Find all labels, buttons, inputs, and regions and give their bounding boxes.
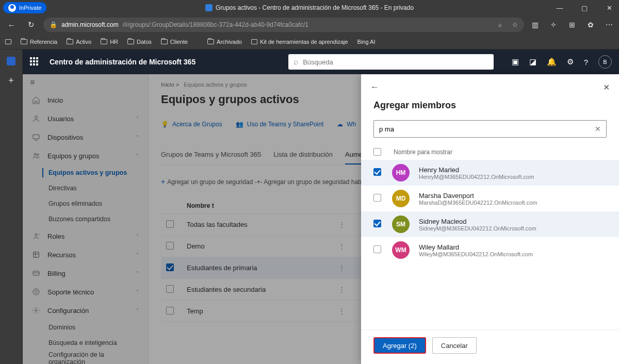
app-name: Centro de administración de Microsoft 36… xyxy=(50,58,196,66)
person-checkbox[interactable] xyxy=(373,245,381,253)
lock-icon: 🔒 xyxy=(50,21,57,28)
minimize-button[interactable]: — xyxy=(552,4,567,12)
browser-titlebar: InPrivate Grupos activos - Centro de adm… xyxy=(0,0,619,15)
address-host: admin.microsoft.com xyxy=(61,21,119,28)
user-avatar[interactable]: B xyxy=(598,55,612,69)
person-row[interactable]: WMWiley MallardWileyM@M365EDU042212.OnMi… xyxy=(361,237,619,263)
bookmark-bingai[interactable]: Bing AI xyxy=(357,39,376,45)
folder-icon xyxy=(67,39,73,44)
bookmark-bar: Referencia Activo HR Datos Cliente Archi… xyxy=(0,34,619,49)
cards-icon[interactable]: ▣ xyxy=(512,57,519,67)
search-in-page-icon[interactable]: ⌕ xyxy=(498,21,502,28)
ms-shield-icon xyxy=(205,4,213,11)
vertical-tab-current[interactable] xyxy=(4,54,19,68)
window-title: Grupos activos - Centro de administració… xyxy=(205,4,414,11)
settings-gear-icon[interactable]: ⚙ xyxy=(567,57,574,67)
panel-search[interactable]: ✕ xyxy=(373,120,607,138)
inprivate-label: InPrivate xyxy=(19,5,41,11)
folder-icon xyxy=(207,39,214,44)
plus-icon: + xyxy=(8,75,14,86)
person-email: HenryM@M365EDU042212.OnMicrosoft.com xyxy=(419,174,534,180)
browser-toolbar: ← ↻ 🔒 admin.microsoft.com/#/groups/:Grou… xyxy=(0,15,619,34)
collections-icon[interactable]: ⊞ xyxy=(566,19,578,30)
promo-icon[interactable]: ◪ xyxy=(529,57,536,67)
bookmark-tab-actions[interactable] xyxy=(5,39,11,44)
col-displayname[interactable]: Nombre para mostrar xyxy=(394,148,452,156)
avatar: HM xyxy=(392,164,410,181)
address-bar[interactable]: 🔒 admin.microsoft.com/#/groups/:GroupDet… xyxy=(43,18,524,32)
panel-column-header: Nombre para mostrar xyxy=(361,143,619,160)
app-search[interactable]: ⌕ xyxy=(288,54,494,70)
vertical-tab-strip: + xyxy=(0,49,23,364)
person-row[interactable]: HMHenry MarledHenryM@M365EDU042212.OnMic… xyxy=(361,160,619,186)
back-button[interactable]: ← xyxy=(4,18,19,32)
bookmark-datos[interactable]: Datos xyxy=(127,39,152,45)
panel-close-button[interactable]: ✕ xyxy=(603,82,610,92)
page-icon xyxy=(251,39,257,44)
help-icon[interactable]: ? xyxy=(584,58,588,67)
person-checkbox[interactable] xyxy=(373,194,381,202)
search-icon: ⌕ xyxy=(294,57,299,67)
folder-icon xyxy=(101,39,107,44)
app-search-input[interactable] xyxy=(303,58,488,66)
person-row[interactable]: SMSidney MacleodSidneyM@M365EDU042212.On… xyxy=(361,211,619,237)
inprivate-avatar-icon xyxy=(8,4,16,12)
avatar: WM xyxy=(392,241,410,259)
inprivate-badge: InPrivate xyxy=(3,2,46,13)
bookmark-archivado[interactable]: Archivado xyxy=(207,39,242,45)
avatar: SM xyxy=(392,216,410,233)
bookmark-hr[interactable]: HR xyxy=(101,39,118,45)
bookmark-referencia[interactable]: Referencia xyxy=(21,39,57,45)
new-tab-button[interactable]: + xyxy=(4,73,19,88)
app-header: Centro de administración de Microsoft 36… xyxy=(23,49,619,74)
more-icon[interactable]: ⋯ xyxy=(604,19,615,30)
person-name: Wiley Mallard xyxy=(419,243,533,251)
person-email: SidneyM@M365EDU042212.OnMicrosoft.com xyxy=(419,225,536,231)
folder-icon xyxy=(21,39,27,44)
refresh-button[interactable]: ↻ xyxy=(24,18,38,32)
person-checkbox[interactable] xyxy=(373,220,381,227)
maximize-button[interactable]: ▢ xyxy=(577,4,592,12)
person-name: Sidney Macleod xyxy=(419,218,536,225)
bookmark-cliente[interactable]: Cliente xyxy=(161,39,188,45)
notifications-icon[interactable]: 🔔 xyxy=(547,57,557,67)
member-search-input[interactable] xyxy=(379,125,595,133)
add-members-panel: ← ✕ Agregar miembros ✕ Nombre para mostr… xyxy=(361,74,619,364)
person-checkbox[interactable] xyxy=(373,168,381,176)
panel-footer: Agregar (2) Cancelar xyxy=(361,329,619,364)
bookmark-activo[interactable]: Activo xyxy=(67,39,91,45)
person-name: Marsha Davenport xyxy=(419,192,537,200)
cancel-button[interactable]: Cancelar xyxy=(432,337,477,354)
tab-favicon-icon xyxy=(7,57,15,65)
person-email: WileyM@M365EDU042212.OnMicrosoft.com xyxy=(419,251,533,257)
panel-title: Agregar miembros xyxy=(361,100,619,111)
bookmark-kit[interactable]: Kit de herramientas de aprendizaje xyxy=(251,39,348,45)
select-all-checkbox[interactable] xyxy=(373,148,381,156)
avatar: MD xyxy=(392,190,410,207)
address-path: /#/groups/:GroupDetails/189806bc-372a-44… xyxy=(123,21,308,28)
favorite-icon[interactable]: ☆ xyxy=(512,21,518,28)
clear-search-icon[interactable]: ✕ xyxy=(595,125,601,133)
reading-list-icon[interactable]: ▥ xyxy=(529,19,541,30)
add-button[interactable]: Agregar (2) xyxy=(373,337,426,354)
extensions-icon[interactable]: ✿ xyxy=(585,19,596,30)
folder-icon xyxy=(127,39,134,44)
window-controls: — ▢ ✕ xyxy=(552,4,617,12)
favorites-icon[interactable]: ✧ xyxy=(548,19,559,30)
panel-back-button[interactable]: ← xyxy=(370,82,379,92)
app-launcher-icon[interactable] xyxy=(30,57,39,67)
person-name: Henry Marled xyxy=(419,166,534,174)
person-row[interactable]: MDMarsha DavenportMarshaD@M365EDU042212.… xyxy=(361,186,619,211)
folder-icon xyxy=(161,39,168,44)
close-button[interactable]: ✕ xyxy=(601,4,617,12)
person-email: MarshaD@M365EDU042212.OnMicrosoft.com xyxy=(419,200,537,206)
